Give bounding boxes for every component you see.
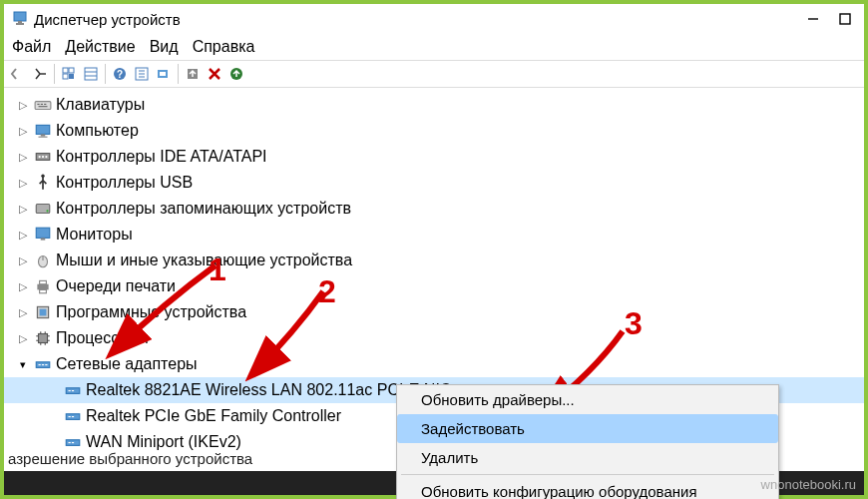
svg-rect-67: [72, 442, 74, 443]
tree-node-ide[interactable]: ▷ Контроллеры IDE ATA/ATAPI: [4, 144, 864, 170]
expander-icon[interactable]: ▷: [16, 332, 30, 345]
expander-icon[interactable]: ▷: [16, 254, 30, 267]
expander-icon[interactable]: ▷: [16, 125, 30, 138]
svg-rect-25: [44, 104, 46, 105]
tree-node-processors[interactable]: ▷ Процессоры: [4, 325, 864, 351]
expander-icon[interactable]: ▷: [16, 99, 30, 112]
svg-rect-66: [69, 442, 71, 443]
ctx-enable[interactable]: Задействовать: [397, 414, 778, 443]
expander-icon[interactable]: ▷: [16, 151, 30, 164]
svg-rect-64: [72, 416, 74, 417]
svg-rect-19: [160, 72, 166, 76]
view-button[interactable]: [81, 64, 101, 84]
tree-label: Контроллеры IDE ATA/ATAPI: [56, 148, 267, 166]
svg-rect-2: [16, 23, 24, 25]
enable-button[interactable]: [226, 64, 246, 84]
expander-icon[interactable]: ▷: [16, 229, 30, 242]
tree-label: Очереди печати: [56, 277, 176, 295]
uninstall-button[interactable]: [205, 64, 224, 84]
mouse-icon: [34, 251, 52, 269]
title-bar: Диспетчер устройств: [4, 4, 864, 34]
ctx-separator: [401, 474, 774, 475]
maximize-button[interactable]: [838, 12, 852, 26]
tree-node-computer[interactable]: ▷ Компьютер: [4, 118, 864, 144]
tree-node-mice[interactable]: ▷ Мыши и иные указывающие устройства: [4, 248, 864, 273]
tree-label: Мониторы: [56, 226, 133, 244]
svg-rect-57: [42, 364, 44, 365]
monitor-icon: [34, 226, 52, 244]
expander-icon[interactable]: ▷: [16, 177, 30, 190]
printer-icon: [34, 277, 52, 295]
forward-button[interactable]: [30, 64, 50, 84]
svg-rect-29: [39, 137, 48, 138]
properties-button[interactable]: [132, 64, 152, 84]
menu-action[interactable]: Действие: [65, 38, 135, 56]
svg-rect-45: [40, 309, 47, 316]
tree-label: Сетевые адаптеры: [56, 355, 198, 373]
cpu-icon: [34, 329, 52, 347]
tree-node-usb[interactable]: ▷ Контроллеры USB: [4, 170, 864, 196]
svg-rect-46: [39, 334, 48, 343]
svg-point-33: [45, 156, 47, 158]
svg-rect-42: [40, 280, 47, 283]
svg-rect-60: [69, 390, 71, 391]
expander-icon[interactable]: ▾: [16, 358, 30, 371]
svg-rect-28: [41, 134, 46, 136]
menu-file[interactable]: Файл: [12, 38, 51, 56]
keyboard-icon: [34, 96, 52, 114]
ctx-refresh-config[interactable]: Обновить конфигурацию оборудования: [397, 477, 778, 499]
expander-icon[interactable]: ▷: [16, 203, 30, 216]
svg-rect-23: [37, 104, 39, 105]
network-adapter-icon: [64, 433, 82, 451]
usb-icon: [34, 174, 52, 192]
svg-rect-6: [69, 68, 74, 73]
scan-button[interactable]: [154, 64, 174, 84]
svg-point-32: [42, 156, 44, 158]
svg-rect-8: [69, 74, 74, 79]
svg-rect-5: [63, 68, 68, 73]
svg-point-31: [39, 156, 41, 158]
svg-point-34: [41, 175, 44, 178]
toolbar-separator: [178, 64, 179, 84]
tree-node-monitors[interactable]: ▷ Мониторы: [4, 222, 864, 248]
storage-icon: [34, 200, 52, 218]
svg-rect-4: [840, 14, 850, 24]
tree-node-printqueues[interactable]: ▷ Очереди печати: [4, 273, 864, 299]
svg-rect-58: [45, 364, 47, 365]
expander-icon[interactable]: ▷: [16, 306, 30, 319]
software-icon: [34, 303, 52, 321]
help-button[interactable]: ?: [110, 64, 130, 84]
ctx-update-drivers[interactable]: Обновить драйверы...: [397, 385, 778, 414]
show-hidden-button[interactable]: [59, 64, 79, 84]
tree-node-netadapters[interactable]: ▾ Сетевые адаптеры: [4, 351, 864, 377]
back-button[interactable]: [8, 64, 28, 84]
ide-icon: [34, 148, 52, 166]
toolbar-separator: [54, 64, 55, 84]
tree-node-keyboards[interactable]: ▷ Клавиатуры: [4, 92, 864, 118]
svg-rect-9: [85, 68, 97, 80]
svg-rect-7: [63, 74, 68, 79]
tree-node-software[interactable]: ▷ Программные устройства: [4, 299, 864, 325]
svg-rect-43: [40, 289, 47, 292]
tree-node-storage[interactable]: ▷ Контроллеры запоминающих устройств: [4, 196, 864, 222]
tree-label: Контроллеры запоминающих устройств: [56, 200, 351, 218]
update-driver-button[interactable]: [183, 64, 203, 84]
svg-rect-1: [18, 21, 22, 23]
menu-help[interactable]: Справка: [193, 38, 255, 56]
network-icon: [34, 355, 52, 373]
context-menu: Обновить драйверы... Задействовать Удали…: [396, 384, 779, 499]
expander-icon[interactable]: ▷: [16, 280, 30, 293]
computer-icon: [34, 122, 52, 140]
svg-point-36: [46, 210, 48, 212]
status-bar: азрешение выбранного устройства: [8, 450, 252, 467]
tree-label: Контроллеры USB: [56, 174, 193, 192]
ctx-delete[interactable]: Удалить: [397, 443, 778, 472]
minimize-button[interactable]: [806, 12, 820, 26]
svg-rect-63: [69, 416, 71, 417]
tree-label: WAN Miniport (IKEv2): [86, 433, 241, 451]
svg-rect-24: [41, 104, 43, 105]
app-icon: [12, 11, 28, 27]
svg-rect-22: [35, 102, 51, 110]
menu-view[interactable]: Вид: [150, 38, 179, 56]
tree-label: Мыши и иные указывающие устройства: [56, 251, 352, 269]
